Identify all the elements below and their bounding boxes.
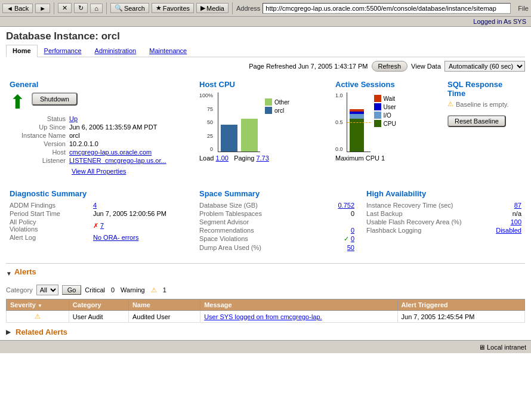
tab-administration[interactable]: Administration [88,45,143,57]
col-name: Name [128,299,200,311]
alerts-collapse-icon[interactable]: ▼ [6,270,12,277]
legend-orcl-label: orcl [274,107,284,114]
sort-icon: ▼ [38,303,42,308]
reset-baseline-button[interactable]: Reset Baseline [447,115,506,127]
name-cell: Audited User [128,311,200,323]
sess-y-00: 0.0 [335,146,343,152]
page-title: Database Instance: orcl [6,30,525,42]
top-bar: Logged in As SYS [0,17,531,27]
legend-io-label: I/O [384,112,391,119]
findings-link[interactable]: 4 [93,202,97,209]
io-bar [350,114,364,119]
recommendations-link[interactable]: 0 [351,227,354,234]
y-label-25: 25 [199,133,213,139]
triggered-cell: Jun 7, 2005 12:45:54 PM [397,311,524,323]
status-link[interactable]: Up [69,115,78,122]
legend-wait: Wait [374,95,396,102]
legend-cpu-label: CPU [384,121,396,127]
view-all-link[interactable]: View All Properties [72,168,126,175]
search-browser-button[interactable]: 🔍 Search [110,3,149,13]
bottom-grid: Diagnostic Summary ADDM Findings 4 Perio… [6,186,525,256]
toolbar-separator3 [232,2,233,14]
flash-recovery-link[interactable]: 100 [511,218,521,226]
favorites-button[interactable]: ★ Favorites [152,3,194,13]
category-cell: User Audit [69,311,128,323]
table-header-row: Severity ▼ Category Name Message Alert T… [7,299,525,311]
general-title: General [10,80,187,89]
recovery-time-link[interactable]: 87 [514,202,521,209]
shutdown-button[interactable]: Shutdown [32,92,78,106]
legend-user-box [374,103,381,110]
related-collapse-icon[interactable]: ▶ [6,329,11,335]
view-data-label: View Data [411,63,441,70]
general-section: General ⬆ Shutdown Status Up Up Since Ju… [6,76,191,178]
ha-title: High Availability [366,189,521,198]
load-link[interactable]: 1.00 [216,155,229,162]
address-bar[interactable] [263,3,511,14]
alerts-table: Severity ▼ Category Name Message Alert T… [6,299,525,323]
paging-link[interactable]: 7.73 [256,155,268,162]
host-cpu-section: Host CPU 100% 75 50 25 0 [196,76,327,178]
view-data-select[interactable]: Automatically (60 sec) [444,61,525,72]
findings-row: ADDM Findings 4 [10,202,187,209]
warn-icon: ⚠ [447,100,453,108]
legend-other-label: Other [274,99,289,106]
ha-row-3: Flashback Logging Disabled [366,227,521,234]
back-button[interactable]: ◄ Back [2,4,33,13]
active-sessions-section: Active Sessions 1.0 0.5 0.0 [332,76,439,178]
message-link[interactable]: User SYS logged on from cmcgrego-lap. [204,313,322,320]
refresh-button[interactable]: Refresh [372,61,408,72]
main-top-grid: General ⬆ Shutdown Status Up Up Since Ju… [6,76,525,178]
legend-wait-label: Wait [384,95,396,102]
toolbar-separator2 [106,2,107,14]
col-severity: Severity ▼ [7,299,69,311]
policy-link[interactable]: 7 [100,222,104,229]
forward-button[interactable]: ► [35,4,50,13]
go-button[interactable]: Go [62,285,82,295]
diagnostic-section: Diagnostic Summary ADDM Findings 4 Perio… [6,186,191,256]
critical-value: 0 [111,286,115,294]
message-cell: User SYS logged on from cmcgrego-lap. [200,311,397,323]
legend-user-label: User [384,104,396,110]
space-section: Space Summary Database Size (GB) 0.752 P… [196,186,358,256]
legend-wait-box [374,95,381,102]
tab-home[interactable]: Home [6,45,38,57]
alerts-filter-bar: Category All Go Critical 0 Warning ⚠ 1 [6,285,525,295]
other-bar [241,119,258,152]
table-row: ⚠ User Audit Audited User User SYS logge… [7,311,525,323]
sql-title: SQL Response Time [447,80,521,98]
up-arrow-icon: ⬆ [10,92,26,112]
error-icon: ✗ [93,222,98,229]
sessions-title: Active Sessions [335,80,436,89]
baseline-row: ⚠ Baseline is empty. [447,100,521,108]
space-row-4: Space Violations ✓ 0 [199,235,354,243]
address-label: Address [236,5,260,12]
max-cpu-label: Maximum CPU [335,155,379,162]
host-link[interactable]: cmcgrego-lap.us.oracle.com [69,149,152,156]
legend-orcl: orcl [265,107,289,114]
db-size-link[interactable]: 0.752 [338,202,354,209]
tab-bar: Home Performance Administration Maintena… [6,45,525,57]
space-violations-link[interactable]: 0 [351,235,354,242]
listener-link[interactable]: LISTENER_cmcgrego-lap.us.or... [69,157,166,164]
col-category: Category [69,299,128,311]
media-button[interactable]: ▶ Media [196,3,229,13]
period-row: Period Start Time Jun 7, 2005 12:00:56 P… [10,210,187,217]
tab-performance[interactable]: Performance [38,45,88,57]
warning-label: Warning [121,286,145,294]
home-button[interactable]: ⌂ [90,4,103,13]
sess-y-05: 0.5 [335,119,343,125]
category-select[interactable]: All [36,285,58,295]
flashback-link[interactable]: Disabled [496,227,521,234]
diag-title: Diagnostic Summary [10,189,187,198]
refresh-browser-button[interactable]: ↻ [74,3,88,13]
space-row-1: Problem Tablespaces 0 [199,210,354,217]
critical-label: Critical [85,286,105,294]
listener-row: Listener LISTENER_cmcgrego-lap.us.or... [10,157,187,164]
sessions-legend: Wait User I/O CPU [374,95,396,127]
alert-log-link[interactable]: No ORA- errors [93,234,138,241]
dump-area-link[interactable]: 50 [347,244,354,251]
stop-button[interactable]: ✕ [58,3,72,13]
page-refresh-text: Page Refreshed Jun 7, 2005 1:43:17 PM [249,63,368,70]
tab-maintenance[interactable]: Maintenance [143,45,193,57]
